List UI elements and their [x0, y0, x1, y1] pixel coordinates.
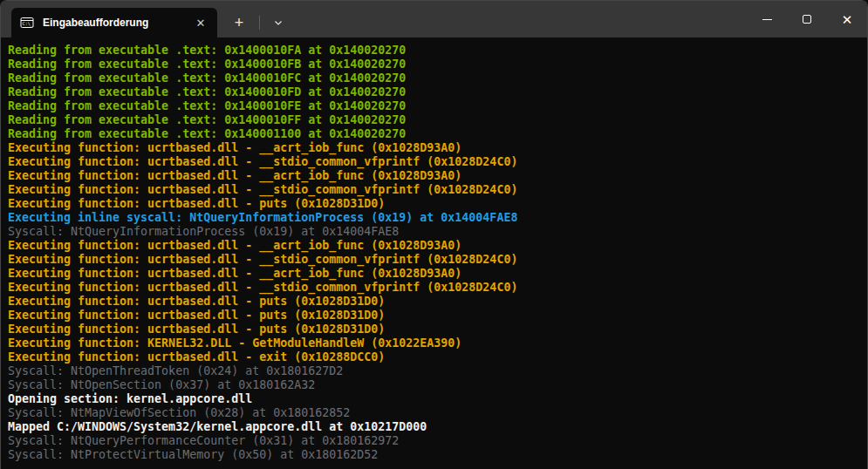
terminal-line: Reading from executable .text: 0x1400010… [8, 71, 860, 85]
terminal-line: Executing function: ucrtbased.dll - puts… [8, 309, 860, 323]
terminal-line: Executing function: ucrtbased.dll - __ac… [8, 141, 860, 155]
tab-eingabeaufforderung[interactable]: C:\_ Eingabeaufforderung ✕ [11, 8, 217, 37]
tab-close-icon[interactable]: ✕ [191, 13, 210, 32]
svg-text:C:\_: C:\_ [23, 21, 34, 27]
terminal-line: Executing function: ucrtbased.dll - puts… [8, 197, 860, 211]
terminal-line: Executing function: ucrtbased.dll - puts… [8, 323, 860, 336]
terminal-line: Executing function: ucrtbased.dll - __ac… [8, 267, 860, 281]
terminal-line: Syscall: NtQueryInformationProcess (0x19… [8, 225, 860, 239]
terminal-line: Executing function: ucrtbased.dll - __ac… [8, 169, 860, 183]
terminal-line: Reading from executable .text: 0x1400010… [8, 85, 860, 99]
terminal-window: C:\_ Eingabeaufforderung ✕ + ✕ Readi [0, 0, 868, 469]
terminal-line: Executing inline syscall: NtQueryInforma… [8, 211, 860, 225]
terminal-line: Reading from executable .text: 0x1400010… [8, 44, 860, 58]
maximize-button[interactable] [787, 1, 827, 37]
tab-dropdown-button[interactable] [265, 8, 291, 37]
close-button[interactable]: ✕ [827, 1, 867, 37]
close-icon: ✕ [842, 13, 853, 26]
terminal-line: Executing function: KERNEL32.DLL - GetMo… [8, 336, 860, 350]
terminal-line: Mapped C:/WINDOWS/System32/kernel.appcor… [8, 420, 860, 434]
minimize-icon [762, 19, 772, 20]
tab-title: Eingabeaufforderung [43, 17, 191, 29]
terminal-line: Syscall: NtOpenSection (0x37) at 0x18016… [8, 378, 860, 392]
terminal-line: Syscall: NtOpenThreadToken (0x24) at 0x1… [8, 364, 860, 378]
terminal-line: Opening section: kernel.appcore.dll [8, 392, 860, 406]
minimize-button[interactable] [747, 1, 787, 37]
tabbar-separator [259, 16, 260, 30]
terminal-line: Executing function: ucrtbased.dll - __st… [8, 183, 860, 197]
terminal-line: Reading from executable .text: 0x1400010… [8, 99, 860, 113]
maximize-icon [803, 15, 811, 24]
terminal-line: Syscall: NtQueryPerformanceCounter (0x31… [8, 434, 860, 448]
terminal-line: Executing function: ucrtbased.dll - __ac… [8, 239, 860, 253]
terminal-output[interactable]: Reading from executable .text: 0x1400010… [1, 37, 867, 469]
terminal-line: Reading from executable .text: 0x1400011… [8, 127, 860, 141]
terminal-line: Reading from executable .text: 0x1400010… [8, 113, 860, 127]
terminal-line: Executing function: ucrtbased.dll - __st… [8, 281, 860, 295]
caption-buttons: ✕ [747, 1, 867, 37]
chevron-down-icon [273, 17, 284, 28]
terminal-line: Reading from executable .text: 0x1400010… [8, 58, 860, 71]
terminal-line: Executing function: ucrtbased.dll - __st… [8, 253, 860, 267]
title-bar: C:\_ Eingabeaufforderung ✕ + ✕ [1, 1, 867, 37]
new-tab-button[interactable]: + [224, 8, 254, 37]
terminal-line: Syscall: NtProtectVirtualMemory (0x50) a… [8, 448, 860, 462]
terminal-line: Executing function: ucrtbased.dll - __st… [8, 155, 860, 169]
terminal-line: Executing function: ucrtbased.dll - exit… [8, 350, 860, 364]
terminal-line: Syscall: NtMapViewOfSection (0x28) at 0x… [8, 406, 860, 420]
terminal-line: Executing function: ucrtbased.dll - puts… [8, 295, 860, 309]
cmd-prompt-icon: C:\_ [20, 16, 34, 30]
